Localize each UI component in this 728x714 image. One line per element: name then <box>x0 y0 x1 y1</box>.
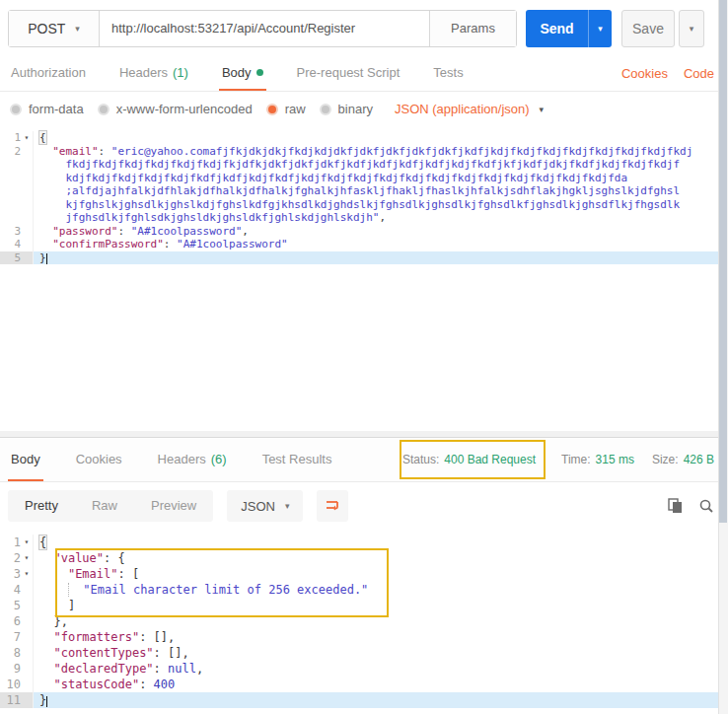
text-cursor <box>46 253 47 263</box>
code-line-text: "formatters": [], <box>34 629 728 645</box>
tab-prerequest-script[interactable]: Pre-request Script <box>294 56 403 91</box>
code-line: 4 "Email character limit of 256 exceeded… <box>0 582 728 598</box>
tabbar-links: Cookies Code <box>621 56 714 91</box>
fold-toggle-icon[interactable]: ▾ <box>21 550 33 566</box>
code-line-text: ] <box>34 598 728 613</box>
line-number-gutter: 10 <box>0 677 34 692</box>
postman-window: POST ▾ Params Send ▾ Save ▾ Authorizatio… <box>0 0 728 714</box>
line-number: 3 <box>14 225 21 239</box>
chevron-down-icon: ▾ <box>690 24 694 34</box>
view-pretty-button[interactable]: Pretty <box>8 490 75 522</box>
code-line: 10 "statusCode": 400 <box>0 677 728 692</box>
fold-toggle-icon[interactable]: ▾ <box>21 131 33 145</box>
code-line-text: }, <box>34 613 728 629</box>
content-type-selector[interactable]: JSON (application/json) ▾ <box>395 102 544 116</box>
code-line: kdjfkdjfkdjfkdjfkdjfkdfjkdfjkdjfkdfjkdjf… <box>0 172 728 185</box>
code-line-text: { <box>34 535 728 550</box>
search-button[interactable] <box>698 498 714 514</box>
line-number: 1 <box>14 535 21 550</box>
line-number: 6 <box>14 613 21 629</box>
view-preview-button[interactable]: Preview <box>134 490 213 522</box>
headers-count-badge: (1) <box>173 65 188 80</box>
cookies-link[interactable]: Cookies <box>621 66 668 81</box>
code-line-text: } <box>34 692 728 708</box>
params-button[interactable]: Params <box>429 11 516 46</box>
url-input[interactable] <box>100 11 429 46</box>
code-line: 3 "password": "A#1coolpassword", <box>0 225 728 239</box>
response-tab-headers[interactable]: Headers (6) <box>155 438 230 481</box>
line-number-gutter <box>0 211 34 225</box>
view-raw-button[interactable]: Raw <box>75 490 134 522</box>
method-selector[interactable]: POST ▾ <box>9 11 100 46</box>
toolbar-right-icons <box>668 498 714 514</box>
code-line: kjfghslkjghsdlkjghslkdjfghslkdfgjkhsdlkd… <box>0 198 728 212</box>
code-line: 7 "formatters": [], <box>0 629 728 645</box>
tab-headers[interactable]: Headers (1) <box>116 56 191 91</box>
time-stat: Time: 315 ms <box>561 453 634 466</box>
line-number-gutter: 9 <box>0 661 34 677</box>
view-mode-switcher: Pretty Raw Preview <box>8 490 213 522</box>
code-line: 1▾{ <box>0 131 728 145</box>
code-line: 5 ] <box>0 598 728 613</box>
request-body-editor[interactable]: 1▾{2 "email": "eric@yahoo.comafjfkjdkjdk… <box>0 126 728 431</box>
send-options-button[interactable]: ▾ <box>588 10 612 47</box>
line-number-gutter: 4 <box>0 582 34 598</box>
code-line: 5} <box>0 251 728 265</box>
request-bar: POST ▾ Params Send ▾ Save ▾ <box>0 0 728 56</box>
code-line-text: "password": "A#1coolpassword", <box>34 225 728 239</box>
code-line-text: kjfghslkjghsdlkjghslkdjfghslkdfgjkhsdlkd… <box>34 198 728 212</box>
radio-icon <box>10 104 22 115</box>
chevron-down-icon: ▾ <box>598 24 603 34</box>
code-line-text: kdjfkdjfkdjfkdjfkdjfkdfjkdfjkdjfkdfjkdjf… <box>34 172 728 185</box>
radio-raw[interactable]: raw <box>266 102 306 116</box>
radio-urlencoded[interactable]: x-www-form-urlencoded <box>98 102 253 116</box>
code-line: 3▾ "Email": [ <box>0 566 728 582</box>
response-body-editor[interactable]: 1▾{2▾ "value": {3▾ "Email": [4 "Email ch… <box>0 530 728 714</box>
code-line-text: { <box>34 131 728 145</box>
copy-button[interactable] <box>668 498 683 514</box>
tab-tests[interactable]: Tests <box>430 56 466 91</box>
line-number-gutter: 5 <box>0 251 34 265</box>
save-button[interactable]: Save <box>621 10 675 47</box>
response-headers-count-badge: (6) <box>211 452 227 466</box>
code-line: 2 "email": "eric@yahoo.comafjfkjdkjdkjfk… <box>0 145 728 159</box>
line-number-gutter: 8 <box>0 645 34 661</box>
code-line-text: ;alfdjajhfalkjdfhlakjdfhalkjdfhalkjfghal… <box>34 184 728 198</box>
search-icon <box>698 498 714 514</box>
vertical-scrollbar-thumb[interactable] <box>719 0 727 523</box>
tab-body[interactable]: Body <box>219 56 266 91</box>
code-line: fkdjfkdjfkdjfkdjfkdjfkdjfkjdfkjdkfjdkfjd… <box>0 158 728 172</box>
body-type-bar: form-data x-www-form-urlencoded raw bina… <box>0 92 728 126</box>
response-tab-test-results[interactable]: Test Results <box>259 438 335 481</box>
vertical-scrollbar-track[interactable] <box>718 0 728 714</box>
code-line: 1▾{ <box>0 535 728 550</box>
method-label: POST <box>28 21 65 36</box>
code-link[interactable]: Code <box>684 66 714 81</box>
code-line: 9 "declaredType": null, <box>0 661 728 677</box>
line-number-gutter: 6 <box>0 613 34 629</box>
code-line-text: "statusCode": 400 <box>34 677 728 692</box>
fold-toggle-icon[interactable]: ▾ <box>21 535 33 550</box>
radio-binary[interactable]: binary <box>320 102 373 116</box>
line-number: 1 <box>14 131 21 145</box>
size-stat: Size: 426 B <box>652 453 714 466</box>
word-wrap-button[interactable] <box>317 490 348 522</box>
line-number: 10 <box>7 677 21 692</box>
line-number-gutter: 2▾ <box>0 550 34 566</box>
line-number: 4 <box>14 582 21 598</box>
line-number-gutter <box>0 198 34 212</box>
url-group: POST ▾ Params <box>8 10 517 47</box>
send-button[interactable]: Send <box>526 10 588 47</box>
response-tab-cookies[interactable]: Cookies <box>73 438 125 481</box>
tab-authorization[interactable]: Authorization <box>8 56 89 91</box>
radio-form-data[interactable]: form-data <box>10 102 84 116</box>
radio-icon <box>320 104 331 115</box>
code-line-text: "email": "eric@yahoo.comafjfkjdkjdkjfkdj… <box>34 145 728 159</box>
save-options-button[interactable]: ▾ <box>679 10 704 47</box>
response-format-selector[interactable]: JSON ▾ <box>227 490 303 522</box>
line-number: 2 <box>14 550 21 566</box>
fold-toggle-icon[interactable]: ▾ <box>21 566 33 582</box>
line-number: 5 <box>14 598 21 613</box>
response-tab-body[interactable]: Body <box>8 438 43 481</box>
line-number: 7 <box>14 629 21 645</box>
